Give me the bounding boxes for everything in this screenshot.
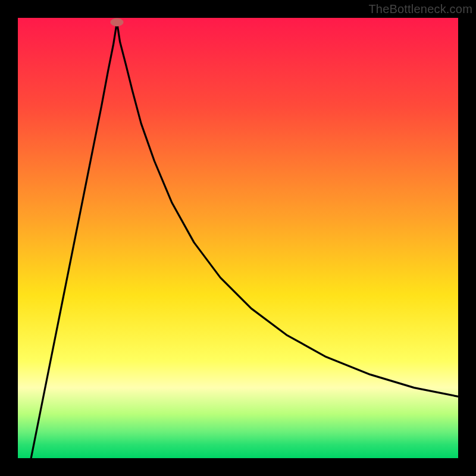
min-marker (111, 18, 124, 26)
chart-gradient-background (18, 18, 458, 458)
chart-plot-area (18, 18, 458, 458)
chart-frame: TheBottleneck.com (0, 0, 476, 476)
chart-svg (18, 18, 458, 458)
watermark-text: TheBottleneck.com (368, 2, 472, 16)
